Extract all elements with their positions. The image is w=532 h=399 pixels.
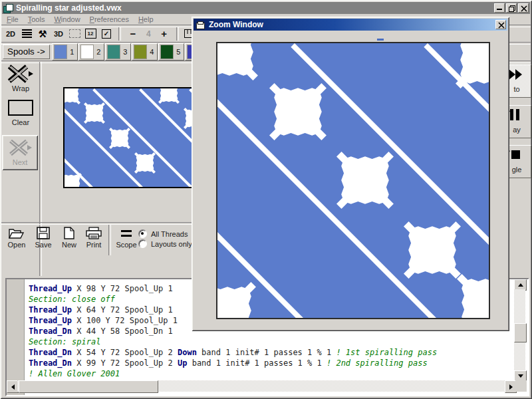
wrap-icon — [7, 65, 35, 83]
spools-label-button[interactable]: Spools -> — [3, 45, 50, 59]
arrow-down-icon — [518, 374, 523, 378]
toolbar-separator — [118, 27, 121, 41]
radio-all-threads[interactable]: All Threads — [138, 229, 188, 238]
minimize-icon — [497, 9, 502, 10]
stop-icon — [511, 150, 520, 159]
toolbar-separator — [176, 27, 179, 41]
selection-button[interactable] — [66, 27, 82, 41]
spool-button-4[interactable]: 4 — [132, 43, 158, 61]
lines-icon — [22, 29, 32, 38]
spool-number: 3 — [120, 48, 130, 56]
next-icon — [7, 138, 33, 157]
clear-button[interactable]: Clear — [5, 100, 36, 126]
spool-color-swatch — [54, 45, 67, 59]
horizontal-scrollbar[interactable] — [7, 380, 515, 392]
app-icon — [3, 4, 13, 13]
star-shape — [326, 141, 404, 219]
arrow-left-icon — [11, 384, 15, 390]
minimize-button[interactable] — [494, 3, 505, 13]
spool-number: 4 — [147, 48, 157, 56]
increase-button[interactable]: + — [156, 27, 172, 41]
toolbar: 2D ⚒ 3D 12 ✓ − 4 + — [3, 26, 201, 41]
2d-view-button[interactable]: 2D — [3, 27, 19, 41]
spool-color-swatch — [107, 45, 120, 59]
thread-list-button[interactable] — [19, 27, 35, 41]
new-button[interactable]: New — [55, 227, 83, 249]
numbered-box-icon: 12 — [85, 29, 96, 39]
menu-item-help[interactable]: Help — [134, 15, 158, 24]
checkbox-icon: ✓ — [102, 29, 111, 39]
marquee-icon — [69, 29, 80, 38]
thread-tick-mark — [377, 39, 384, 41]
clear-icon — [8, 100, 33, 116]
menu-item-file[interactable]: File — [2, 15, 23, 24]
print-label: Print — [80, 241, 108, 249]
numbering-button[interactable]: 12 — [82, 27, 98, 41]
console-line: ! Allen Glover 2001 — [29, 368, 501, 379]
spool-number: 1 — [67, 48, 77, 56]
menu-item-window[interactable]: Window — [49, 15, 84, 24]
open-button[interactable]: Open — [3, 227, 31, 249]
printer-icon — [86, 227, 102, 239]
zoom-close-button[interactable] — [495, 20, 506, 29]
console-line: Thread_Dn X 54 Y 72 Spool_Up 2 Down band… — [29, 347, 501, 358]
decrease-button[interactable]: − — [125, 27, 141, 41]
window-title: Spiralling star adjusted.vwx — [16, 3, 122, 13]
radio-button-icon[interactable] — [138, 239, 147, 248]
star-shape — [216, 271, 267, 319]
pattern-star — [326, 141, 404, 221]
pattern-star — [63, 87, 84, 110]
radio-label: All Threads — [151, 230, 188, 238]
menu-item-preferences[interactable]: Preferences — [85, 15, 134, 24]
restore-button[interactable] — [506, 3, 517, 13]
menu-item-tools[interactable]: Tools — [23, 15, 50, 24]
spool-number: 2 — [94, 48, 104, 56]
pattern-star — [130, 148, 160, 179]
spool-button-1[interactable]: 1 — [52, 43, 78, 61]
spool-color-swatch — [134, 45, 147, 59]
radio-button-icon[interactable] — [138, 229, 147, 238]
close-icon — [498, 22, 505, 29]
spool-button-3[interactable]: 3 — [105, 43, 131, 61]
clear-label: Clear — [5, 118, 36, 126]
next-button[interactable]: Next — [2, 135, 38, 170]
scope-icon — [121, 230, 132, 237]
print-button[interactable]: Print — [80, 227, 108, 249]
options-check-button[interactable]: ✓ — [98, 27, 114, 41]
new-label: New — [55, 241, 83, 249]
vertical-scrollbar[interactable] — [514, 279, 525, 380]
divider — [108, 225, 111, 255]
tools-button[interactable]: ⚒ — [35, 27, 51, 41]
zoom-window-title: Zoom Window — [209, 20, 263, 29]
zoom-window-icon — [196, 21, 205, 29]
wrap-button[interactable]: Wrap — [5, 65, 36, 92]
next-label: Next — [2, 158, 38, 166]
3d-view-button[interactable]: 3D — [51, 27, 66, 41]
save-button[interactable]: Save — [29, 227, 57, 249]
zoom-window[interactable]: Zoom Window — [192, 17, 509, 331]
scrollbar-thumb[interactable] — [19, 380, 158, 393]
scrollbar-corner — [515, 380, 527, 392]
open-folder-icon — [9, 227, 25, 239]
close-button[interactable] — [518, 3, 529, 13]
zoom-pattern-view[interactable] — [216, 42, 490, 319]
arrow-right-icon — [509, 384, 513, 390]
console-line: Thread_Dn X 99 Y 72 Spool_Up 2 Up band 1… — [29, 358, 501, 368]
star-shape — [63, 87, 84, 108]
spool-button-5[interactable]: 5 — [158, 43, 184, 61]
save-label: Save — [29, 241, 57, 249]
radio-layouts-only[interactable]: Layouts only — [138, 239, 192, 248]
title-bar[interactable]: Spiralling star adjusted.vwx — [2, 2, 530, 14]
pattern-star — [446, 263, 490, 319]
app-window: Spiralling star adjusted.vwx FileToolsWi… — [0, 0, 532, 399]
zoom-window-title-bar[interactable]: Zoom Window — [194, 19, 507, 31]
pattern-star — [63, 169, 86, 188]
scrollbar-thumb[interactable] — [514, 323, 527, 342]
new-page-icon — [64, 227, 74, 239]
star-shape — [446, 263, 490, 319]
star-shape — [216, 42, 269, 91]
spool-button-2[interactable]: 2 — [78, 43, 104, 61]
console-gutter — [7, 279, 25, 395]
hammer-wrench-icon: ⚒ — [39, 29, 47, 39]
scope-label: Scope — [113, 241, 140, 249]
